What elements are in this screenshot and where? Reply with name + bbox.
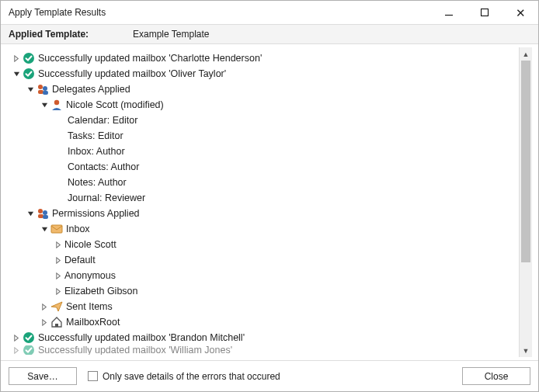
footer: Save… Only save details of the errors th…	[1, 360, 538, 391]
applied-template-label: Applied Template:	[9, 29, 133, 40]
expand-icon[interactable]	[12, 54, 21, 63]
expand-icon[interactable]	[54, 255, 63, 265]
tree-row[interactable]: Anonymous	[12, 268, 519, 283]
minimize-button[interactable]	[431, 1, 467, 24]
scroll-down-button[interactable]: ▼	[520, 344, 532, 357]
svg-rect-4	[38, 90, 43, 94]
titlebar: Apply Template Results ✕	[1, 1, 538, 24]
tree-row[interactable]: Successfully updated mailbox 'Oliver Tay…	[12, 66, 519, 82]
tree-label: Successfully updated mailbox 'Oliver Tay…	[38, 66, 226, 82]
tree-row[interactable]: Nicole Scott (modified)	[12, 97, 519, 113]
save-button[interactable]: Save…	[9, 367, 77, 385]
tree-row[interactable]: Tasks: Editor	[12, 128, 519, 144]
vertical-scrollbar[interactable]: ▲ ▼	[519, 47, 532, 357]
tree-row[interactable]: Journal: Reviewer	[12, 190, 519, 206]
tree-row[interactable]: Contacts: Author	[12, 159, 519, 175]
expand-icon[interactable]	[54, 286, 63, 296]
tree-row[interactable]: Sent Items	[12, 299, 519, 314]
tree-row[interactable]: Successfully updated mailbox 'Charlotte …	[12, 50, 519, 66]
inbox-icon	[50, 223, 63, 235]
tree-label: Inbox: Author	[68, 144, 125, 159]
expand-icon[interactable]	[12, 333, 21, 342]
sent-items-icon	[50, 300, 63, 313]
window: Apply Template Results ✕ Applied Templat…	[0, 0, 539, 392]
expand-icon[interactable]	[40, 317, 49, 327]
tree-label: Default	[64, 252, 96, 268]
only-errors-checkbox[interactable]: Only save details of the errors that occ…	[88, 371, 280, 382]
applied-template-header: Applied Template: Example Template	[1, 24, 538, 44]
collapse-icon[interactable]	[12, 69, 21, 78]
tree-row[interactable]: Inbox: Author	[12, 144, 519, 159]
tree-row[interactable]: Inbox	[12, 221, 519, 237]
expand-icon[interactable]	[40, 302, 49, 311]
svg-rect-11	[51, 225, 62, 233]
success-icon	[23, 52, 35, 64]
scroll-up-button[interactable]: ▲	[520, 47, 532, 61]
tree-row[interactable]: Default	[12, 252, 519, 268]
tree-row[interactable]: Nicole Scott	[12, 237, 519, 252]
collapse-icon[interactable]	[40, 100, 49, 109]
success-icon	[23, 345, 35, 355]
collapse-icon[interactable]	[26, 85, 35, 94]
expand-icon[interactable]	[54, 240, 63, 249]
tree-label: Successfully updated mailbox 'Brandon Mi…	[38, 330, 245, 345]
tree-label: Successfully updated mailbox 'William Jo…	[38, 345, 232, 355]
permissions-icon	[37, 207, 49, 220]
tree-label: Successfully updated mailbox 'Charlotte …	[38, 50, 262, 66]
tree-label: Inbox	[66, 221, 90, 237]
expand-icon[interactable]	[12, 345, 21, 355]
svg-rect-10	[43, 215, 48, 219]
svg-point-3	[43, 86, 47, 91]
tree-label: Delegates Applied	[52, 82, 130, 97]
success-icon	[23, 331, 35, 344]
close-button[interactable]: Close	[462, 367, 530, 385]
user-icon	[50, 99, 63, 111]
svg-rect-12	[55, 324, 58, 327]
scroll-track[interactable]	[520, 61, 532, 344]
svg-point-2	[38, 85, 43, 89]
svg-rect-9	[38, 214, 43, 218]
tree-label: MailboxRoot	[66, 314, 120, 330]
expand-icon[interactable]	[54, 271, 63, 280]
scroll-thumb[interactable]	[521, 61, 530, 262]
tree-label: Contacts: Author	[68, 159, 139, 175]
applied-template-value: Example Template	[133, 29, 210, 40]
tree-row[interactable]: MailboxRoot	[12, 314, 519, 330]
tree-row[interactable]: Successfully updated mailbox 'Brandon Mi…	[12, 330, 519, 345]
tree-label: Nicole Scott	[64, 237, 116, 252]
close-window-button[interactable]: ✕	[502, 1, 538, 24]
tree-row[interactable]: Notes: Author	[12, 175, 519, 190]
tree-row[interactable]: Delegates Applied	[12, 82, 519, 97]
mailbox-root-icon	[50, 316, 63, 328]
tree-label: Anonymous	[64, 268, 116, 283]
tree-label: Elizabeth Gibson	[64, 283, 138, 299]
svg-rect-5	[43, 91, 48, 95]
tree-row[interactable]: Calendar: Editor	[12, 113, 519, 128]
svg-point-6	[54, 100, 59, 105]
tree-row[interactable]: Elizabeth Gibson	[12, 283, 519, 299]
checkbox-icon[interactable]	[88, 371, 98, 381]
window-title: Apply Template Results	[9, 7, 106, 18]
tree-label: Tasks: Editor	[68, 128, 123, 144]
tree-row[interactable]: Permissions Applied	[12, 206, 519, 221]
tree-label: Permissions Applied	[52, 206, 140, 221]
results-tree-container: Successfully updated mailbox 'Charlotte …	[7, 47, 532, 357]
tree-label: Calendar: Editor	[68, 113, 137, 128]
tree-label: Notes: Author	[68, 175, 127, 190]
svg-point-7	[38, 209, 43, 213]
only-errors-label: Only save details of the errors that occ…	[103, 371, 280, 382]
tree-label: Nicole Scott (modified)	[66, 97, 164, 113]
collapse-icon[interactable]	[26, 209, 35, 218]
tree-label: Sent Items	[66, 299, 113, 314]
collapse-icon[interactable]	[40, 224, 49, 234]
svg-point-8	[43, 210, 47, 215]
results-tree[interactable]: Successfully updated mailbox 'Charlotte …	[7, 47, 519, 357]
delegates-icon	[37, 83, 49, 95]
maximize-button[interactable]	[467, 1, 502, 24]
tree-row[interactable]: Successfully updated mailbox 'William Jo…	[12, 345, 519, 355]
tree-label: Journal: Reviewer	[68, 190, 145, 206]
window-controls: ✕	[431, 1, 538, 24]
success-icon	[23, 68, 35, 80]
